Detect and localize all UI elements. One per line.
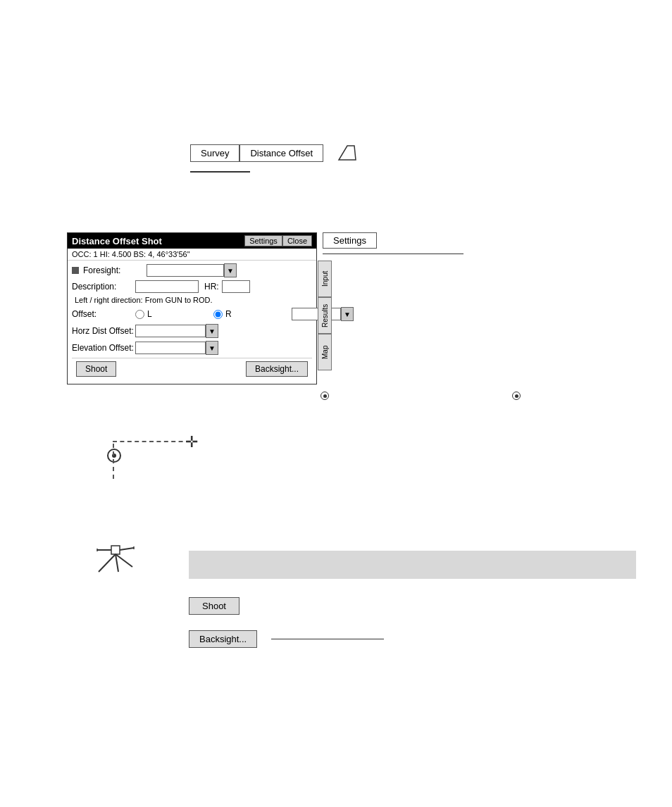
dashed-line-vertical xyxy=(113,444,114,479)
sidetab-map[interactable]: Map xyxy=(318,334,332,370)
radio-left[interactable] xyxy=(321,392,329,400)
dialog-close-btn[interactable]: Close xyxy=(282,235,312,246)
offset-radio-group: L R xyxy=(135,309,289,319)
description-input[interactable]: Offset 1 xyxy=(135,280,199,293)
dialog-footer: Shoot Backsight... xyxy=(72,358,312,381)
elev-input-wrap: 0.0 ▼ xyxy=(135,341,218,355)
dialog-titlebar-btns: Settings Close xyxy=(244,235,312,246)
backsight-button-area: Backsight... xyxy=(189,630,384,648)
radio-area xyxy=(321,392,521,400)
direction-text: Left / right direction: From GUN to ROD. xyxy=(72,296,312,304)
offset-dropdown-btn[interactable]: ▼ xyxy=(341,307,354,321)
sidetab-input[interactable]: Input xyxy=(318,261,332,297)
tripod-icon xyxy=(92,528,141,580)
dialog-titlebar: Distance Offset Shot Settings Close xyxy=(68,233,316,249)
elev-input[interactable]: 0.0 xyxy=(135,342,206,354)
backsight-button[interactable]: Backsight... xyxy=(189,630,257,648)
instrument-dot xyxy=(107,449,121,463)
trapezoid-icon xyxy=(335,143,360,163)
svg-line-6 xyxy=(120,548,134,550)
horz-input-wrap: 1 ▼ xyxy=(135,324,218,338)
hr-label: HR: xyxy=(204,282,219,292)
tab-bar: Survey Distance Offset xyxy=(190,143,360,163)
offset-radio-l-label: L xyxy=(147,309,211,319)
hr-input[interactable]: 6.2 xyxy=(222,280,250,293)
elev-dropdown-btn[interactable]: ▼ xyxy=(206,341,218,355)
tab-survey[interactable]: Survey xyxy=(190,144,239,162)
horz-dropdown-btn[interactable]: ▼ xyxy=(206,324,218,338)
horz-input[interactable]: 1 xyxy=(135,325,206,337)
tab-distance-offset[interactable]: Distance Offset xyxy=(239,144,323,162)
horz-dist-row: Horz Dist Offset: 1 ▼ xyxy=(72,324,312,338)
foresight-dropdown-btn[interactable]: ▼ xyxy=(224,263,237,277)
offset-radio-r-label: R xyxy=(225,309,289,319)
dialog-sidetabs: Input Results Map xyxy=(318,261,332,370)
svg-rect-1 xyxy=(111,546,120,554)
offset-label: Offset: xyxy=(72,309,135,319)
gray-bar xyxy=(189,551,636,579)
foresight-row: Foresight: 8 ▼ xyxy=(72,263,312,277)
sidetab-results[interactable]: Results xyxy=(318,297,332,334)
offset-row: Offset: L R 3 ▼ xyxy=(72,307,312,321)
foresight-label: Foresight: xyxy=(83,265,147,275)
distance-offset-dialog: Distance Offset Shot Settings Close OCC:… xyxy=(67,232,317,384)
dialog-title: Distance Offset Shot xyxy=(72,236,162,246)
move-cursor-icon: ✛ xyxy=(185,433,198,451)
offset-radio-l[interactable] xyxy=(135,310,144,319)
backsight-underline xyxy=(271,639,384,639)
dialog-settings-btn[interactable]: Settings xyxy=(244,235,282,246)
dashed-line-horizontal xyxy=(113,441,190,442)
description-row: Description: Offset 1 HR: 6.2 xyxy=(72,280,312,293)
svg-marker-0 xyxy=(339,146,356,160)
description-label: Description: xyxy=(72,282,135,292)
horz-label: Horz Dist Offset: xyxy=(72,326,135,336)
offset-radio-r[interactable] xyxy=(213,310,223,319)
offset-input[interactable]: 3 xyxy=(292,308,341,320)
elev-offset-row: Elevation Offset: 0.0 ▼ xyxy=(72,341,312,355)
dialog-shoot-btn[interactable]: Shoot xyxy=(76,361,116,377)
survey-underline xyxy=(190,171,250,173)
svg-line-3 xyxy=(116,554,132,567)
shoot-button-area: Shoot xyxy=(189,597,239,615)
radio-right[interactable] xyxy=(512,392,521,400)
foresight-input[interactable]: 8 xyxy=(147,264,224,277)
dialog-body: Foresight: 8 ▼ Description: Offset 1 HR:… xyxy=(68,261,316,384)
elev-label: Elevation Offset: xyxy=(72,343,135,353)
svg-line-2 xyxy=(99,554,116,572)
dialog-info-row: OCC: 1 HI: 4.500 BS: 4, 46°33'56" xyxy=(68,249,316,261)
settings-underline xyxy=(323,254,463,254)
foresight-input-wrap: 8 ▼ xyxy=(147,263,237,277)
foresight-icon xyxy=(72,267,79,274)
dialog-backsight-btn[interactable]: Backsight... xyxy=(246,361,308,377)
settings-button[interactable]: Settings xyxy=(323,232,377,249)
shoot-button[interactable]: Shoot xyxy=(189,597,239,615)
